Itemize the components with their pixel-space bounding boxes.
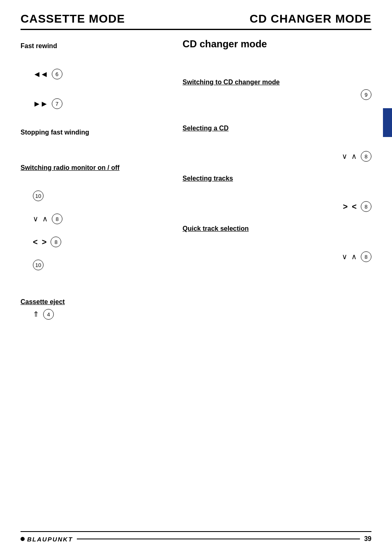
cassette-mode-title: CASSETTE MODE	[21, 12, 125, 26]
rewind-symbol-row: ◄◄ 6	[21, 69, 170, 79]
circle-8a: 8	[52, 214, 62, 224]
fast-rewind-heading: Fast rewind	[21, 42, 170, 50]
eject-icon: ⇑	[33, 310, 39, 319]
selecting-a-cd-heading: Selecting a CD	[182, 125, 371, 132]
circle-8b: 8	[51, 237, 61, 247]
page-number: 39	[364, 535, 371, 543]
page-footer: BLAUPUNKT 39	[21, 531, 371, 543]
eject-row: ⇑ 4	[21, 309, 170, 320]
circle-7: 7	[52, 98, 62, 109]
chevron-down-icon-1: ∨	[33, 214, 38, 223]
circle-10b-row: 10	[21, 260, 170, 270]
main-content: Fast rewind ◄◄ 6 ►► 7 Stopping fast wind…	[21, 38, 371, 323]
circle-8c: 8	[361, 151, 371, 162]
cassette-eject-heading: Cassette eject	[21, 298, 170, 306]
circle-9: 9	[361, 89, 371, 100]
ffwd-symbol-row: ►► 7	[21, 98, 170, 109]
angle-bracket-row-1: < > 8	[21, 237, 170, 247]
circle-8e: 8	[361, 251, 371, 262]
chevron-up-icon-2: ∧	[351, 152, 357, 161]
rewind-icon: ◄◄	[33, 70, 48, 79]
circle-8d: 8	[361, 201, 371, 212]
chevron-up-icon-3: ∧	[351, 252, 357, 261]
stopping-fast-winding-heading: Stopping fast winding	[21, 129, 170, 136]
chevron-row-1: ∨ ∧ 8	[21, 214, 170, 224]
brand-dot	[21, 537, 25, 541]
chevron-down-icon-3: ∨	[342, 252, 347, 261]
cd-changer-mode-heading: CD changer mode	[182, 38, 371, 50]
circle-10a-row: 10	[21, 190, 170, 201]
angle-right-icon-1: >	[42, 237, 47, 247]
circle-10b: 10	[33, 260, 44, 270]
angle-left-icon-2: <	[352, 202, 357, 211]
angle-left-icon-1: <	[33, 237, 38, 247]
ffwd-icon: ►►	[33, 99, 48, 109]
switching-to-cd-changer-heading: Switching to CD changer mode	[182, 79, 371, 86]
chevron-up-icon-1: ∧	[42, 214, 48, 223]
cd-chevron-row: ∨ ∧ 8	[182, 151, 371, 162]
page-header: CASSETTE MODE CD CHANGER MODE	[21, 12, 371, 30]
switching-radio-monitor-heading: Switching radio monitor on / off	[21, 164, 170, 172]
circle-10a: 10	[33, 190, 44, 201]
circle-6: 6	[52, 69, 62, 79]
cd-changer-mode-title: CD CHANGER MODE	[249, 12, 371, 26]
circle-4: 4	[43, 309, 54, 320]
blue-tab	[383, 108, 392, 137]
angle-right-icon-2: >	[343, 202, 348, 211]
quick-track-chevron-row: ∨ ∧ 8	[182, 251, 371, 262]
brand-name: BLAUPUNKT	[27, 536, 73, 543]
brand-logo: BLAUPUNKT	[21, 536, 73, 543]
quick-track-selection-heading: Quick track selection	[182, 225, 371, 232]
right-column: CD changer mode Switching to CD changer …	[178, 38, 371, 323]
track-angle-row: > < 8	[182, 201, 371, 212]
chevron-down-icon-2: ∨	[342, 152, 347, 161]
footer-line	[77, 539, 360, 539]
circle-9-row: 9	[182, 89, 371, 100]
left-column: Fast rewind ◄◄ 6 ►► 7 Stopping fast wind…	[21, 38, 178, 323]
selecting-tracks-heading: Selecting tracks	[182, 175, 371, 182]
